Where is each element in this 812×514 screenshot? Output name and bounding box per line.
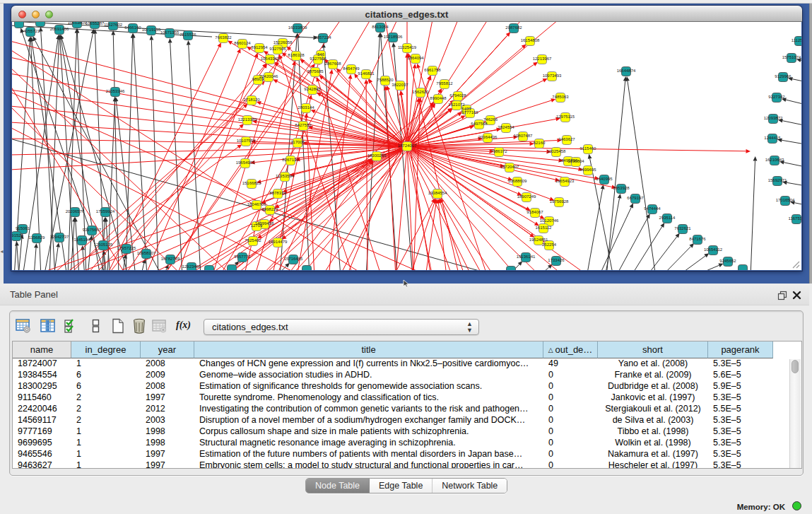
- table-row[interactable]: 946554611997Estimation of the future num…: [13, 449, 801, 460]
- column-header-name[interactable]: name: [13, 341, 71, 358]
- cell-in_degree[interactable]: 1: [71, 460, 141, 469]
- tab-edge-table[interactable]: Edge Table: [370, 479, 433, 493]
- network-canvas[interactable]: 1405572120691406106538091065528711527602…: [12, 22, 801, 270]
- table-row[interactable]: 2242004622012Investigating the contribut…: [13, 404, 801, 415]
- cell-in_degree[interactable]: 6: [71, 381, 141, 392]
- table-row[interactable]: 1872400712008Changes of HCN gene express…: [13, 358, 801, 370]
- column-header-title[interactable]: title: [194, 341, 543, 358]
- cell-short[interactable]: Yano et al. (2008): [598, 358, 708, 370]
- cell-out_de[interactable]: 0: [543, 381, 598, 392]
- column-header-in_degree[interactable]: in_degree: [71, 341, 141, 358]
- cell-title[interactable]: Embryonic stem cells: a model to study s…: [194, 460, 543, 469]
- table-row[interactable]: 1938455462009Genome–wide association stu…: [13, 370, 801, 381]
- float-window-icon[interactable]: [777, 291, 787, 300]
- cell-out_de[interactable]: 0: [543, 438, 598, 449]
- cell-in_degree[interactable]: 1: [71, 438, 141, 449]
- cell-name[interactable]: 18300295: [13, 381, 71, 392]
- cell-title[interactable]: Estimation of significance thresholds fo…: [194, 381, 543, 392]
- network-node[interactable]: [507, 267, 516, 271]
- table-row[interactable]: 911546021997Tourette syndrome. Phenomeno…: [13, 392, 801, 404]
- cell-short[interactable]: Jankovic et al. (1997): [598, 392, 708, 404]
- left-splitter[interactable]: ◂: [0, 4, 4, 284]
- cell-out_de[interactable]: 0: [543, 392, 598, 404]
- cell-out_de[interactable]: 49: [543, 358, 598, 370]
- cell-title[interactable]: Corpus callosum shape and size in male p…: [194, 426, 543, 438]
- cell-in_degree[interactable]: 1: [71, 449, 141, 460]
- cell-name[interactable]: 22420046: [13, 404, 71, 415]
- cell-short[interactable]: Nakamura et al. (1997): [598, 449, 708, 460]
- cell-name[interactable]: 9463627: [13, 460, 71, 469]
- cell-short[interactable]: Stergiakouli et al. (2012): [598, 404, 708, 415]
- network-node[interactable]: [205, 266, 214, 271]
- cell-title[interactable]: Changes of HCN gene expression and I(f) …: [194, 358, 543, 370]
- cell-pagerank[interactable]: 5.3E–5: [708, 358, 773, 370]
- cell-short[interactable]: Hescheler et al. (1997): [598, 460, 708, 469]
- column-header-year[interactable]: year: [141, 341, 194, 358]
- cell-year[interactable]: 1998: [141, 426, 194, 438]
- cell-in_degree[interactable]: 2: [71, 392, 141, 404]
- tab-node-table[interactable]: Node Table: [306, 479, 370, 493]
- cell-year[interactable]: 1997: [141, 449, 194, 460]
- cell-pagerank[interactable]: 5.3E–5: [708, 460, 773, 469]
- table-row[interactable]: 1456911722003Disruption of a novel membe…: [13, 415, 801, 426]
- network-node[interactable]: [302, 266, 312, 271]
- tab-network-table[interactable]: Network Table: [433, 479, 507, 493]
- network-node[interactable]: [15, 22, 24, 28]
- cell-out_de[interactable]: 0: [543, 415, 598, 426]
- table-row[interactable]: 977716911998Corpus callosum shape and si…: [13, 426, 801, 438]
- cell-title[interactable]: Investigating the contribution of common…: [194, 404, 543, 415]
- network-node[interactable]: [739, 265, 748, 271]
- cell-year[interactable]: 2009: [141, 370, 194, 381]
- cell-in_degree[interactable]: 1: [71, 426, 141, 438]
- cell-year[interactable]: 1997: [141, 460, 194, 469]
- cell-title[interactable]: Structural magnetic resonance image aver…: [194, 438, 543, 449]
- splitter-collapse-icon[interactable]: ◂: [0, 248, 4, 255]
- cell-year[interactable]: 2003: [141, 415, 194, 426]
- cell-short[interactable]: Wolkin et al. (1998): [598, 438, 708, 449]
- table-options-icon[interactable]: [16, 318, 31, 334]
- cell-pagerank[interactable]: 5.6E–5: [708, 370, 773, 381]
- cell-pagerank[interactable]: 5.5E–5: [708, 404, 773, 415]
- memory-status-indicator[interactable]: [792, 501, 801, 510]
- cell-title[interactable]: Genome–wide association studies in ADHD.: [194, 370, 543, 381]
- window-titlebar[interactable]: citations_edges.txt: [11, 6, 802, 22]
- cell-year[interactable]: 2008: [141, 381, 194, 392]
- cell-in_degree[interactable]: 1: [71, 358, 141, 370]
- close-panel-icon[interactable]: [792, 290, 802, 300]
- cell-in_degree[interactable]: 2: [71, 415, 141, 426]
- cell-year[interactable]: 2012: [141, 404, 194, 415]
- cell-name[interactable]: 18724007: [13, 358, 71, 370]
- table-selector-dropdown[interactable]: citations_edges.txt ▲▼: [204, 319, 479, 335]
- vertical-scrollbar[interactable]: [789, 359, 801, 468]
- cell-name[interactable]: 9777169: [13, 426, 71, 438]
- function-builder-icon[interactable]: f(x): [176, 320, 191, 331]
- column-header-short[interactable]: short: [598, 341, 708, 358]
- select-rows-icon[interactable]: [64, 318, 79, 334]
- cell-pagerank[interactable]: 5.3E–5: [708, 415, 773, 426]
- cell-out_de[interactable]: 0: [543, 449, 598, 460]
- cell-out_de[interactable]: 0: [543, 460, 598, 469]
- scrollbar-thumb[interactable]: [792, 360, 799, 373]
- cell-pagerank[interactable]: 5.3E–5: [708, 449, 773, 460]
- cell-short[interactable]: Tibbo et al. (1998): [598, 426, 708, 438]
- cell-in_degree[interactable]: 2: [71, 404, 141, 415]
- cell-short[interactable]: Franke et al. (2009): [598, 370, 708, 381]
- cell-title[interactable]: Disruption of a novel member of a sodium…: [194, 415, 543, 426]
- cell-out_de[interactable]: 0: [543, 370, 598, 381]
- cell-short[interactable]: Dudbridge et al. (2008): [598, 381, 708, 392]
- new-document-icon[interactable]: [110, 318, 126, 334]
- network-node[interactable]: [36, 22, 45, 27]
- cell-out_de[interactable]: 0: [543, 426, 598, 438]
- cell-name[interactable]: 9465546: [13, 449, 71, 460]
- show-column-icon[interactable]: [40, 318, 56, 334]
- cell-pagerank[interactable]: 5.3E–5: [708, 438, 773, 449]
- cell-name[interactable]: 19384554: [13, 370, 71, 381]
- cell-year[interactable]: 1998: [141, 438, 194, 449]
- column-header-pagerank[interactable]: pagerank: [708, 341, 773, 358]
- network-node[interactable]: [228, 265, 237, 271]
- cell-name[interactable]: 9699695: [13, 438, 71, 449]
- cell-title[interactable]: Tourette syndrome. Phenomenology and cla…: [194, 392, 543, 404]
- cell-name[interactable]: 9115460: [13, 392, 71, 404]
- cell-out_de[interactable]: 0: [543, 404, 598, 415]
- cell-name[interactable]: 14569117: [13, 415, 71, 426]
